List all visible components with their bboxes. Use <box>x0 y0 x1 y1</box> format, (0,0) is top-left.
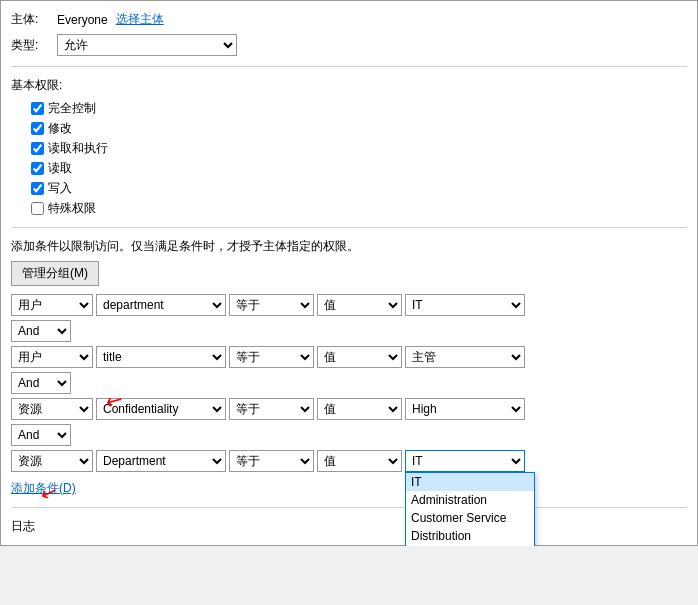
manage-group-button[interactable]: 管理分组(M) <box>11 261 99 286</box>
and-row-1: AndOr <box>11 320 687 342</box>
dropdown-item-customer-service[interactable]: Customer Service <box>406 509 534 527</box>
perm-write-checkbox[interactable] <box>31 182 44 195</box>
perm-read-checkbox[interactable] <box>31 162 44 175</box>
basic-permissions-title: 基本权限: <box>11 77 687 94</box>
condition-row-4: 资源用户 Department 等于 值 IT IT Administratio… <box>11 450 687 472</box>
dropdown-item-administration[interactable]: Administration <box>406 491 534 509</box>
condition4-dropdown-list: IT Administration Customer Service Distr… <box>405 472 535 546</box>
perm-special: 特殊权限 <box>31 200 687 217</box>
perm-full-control-label: 完全控制 <box>48 100 96 117</box>
perm-read: 读取 <box>31 160 687 177</box>
and-row-2: AndOr <box>11 372 687 394</box>
condition-section: 添加条件以限制访问。仅当满足条件时，才授予主体指定的权限。 管理分组(M) 用户… <box>11 238 687 497</box>
condition-row-3: 资源用户 Confidentiality 等于 值 High ↙ <box>11 398 687 420</box>
and2-select[interactable]: AndOr <box>11 372 71 394</box>
condition1-value-select[interactable]: IT <box>405 294 525 316</box>
subject-row: 主体: Everyone 选择主体 <box>11 11 687 28</box>
condition1-operator-select[interactable]: 等于 <box>229 294 314 316</box>
subject-value: Everyone <box>57 13 108 27</box>
perm-write-label: 写入 <box>48 180 72 197</box>
dropdown-item-engineering[interactable]: Engineering <box>406 545 534 546</box>
condition3-source-select[interactable]: 资源用户 <box>11 398 93 420</box>
type-label: 类型: <box>11 37 51 54</box>
condition2-operator-select[interactable]: 等于 <box>229 346 314 368</box>
condition-row-2: 用户资源 title 等于 值 主管 <box>11 346 687 368</box>
condition3-field-select[interactable]: Confidentiality <box>96 398 226 420</box>
condition1-source-select[interactable]: 用户资源 <box>11 294 93 316</box>
condition1-field-select[interactable]: department <box>96 294 226 316</box>
condition4-field-select[interactable]: Department <box>96 450 226 472</box>
type-row: 类型: 允许 拒绝 <box>11 34 687 56</box>
select-subject-link[interactable]: 选择主体 <box>116 11 164 28</box>
and-row-3: AndOr <box>11 424 687 446</box>
perm-full-control: 完全控制 <box>31 100 687 117</box>
condition2-source-select[interactable]: 用户资源 <box>11 346 93 368</box>
divider3 <box>11 507 687 508</box>
condition-row-1: 用户资源 department 等于 值 IT <box>11 294 687 316</box>
condition2-valuetype-select[interactable]: 值 <box>317 346 402 368</box>
perm-full-control-checkbox[interactable] <box>31 102 44 115</box>
divider1 <box>11 66 687 67</box>
type-select[interactable]: 允许 拒绝 <box>57 34 237 56</box>
bottom-bar: 日志 <box>11 518 687 535</box>
perm-modify: 修改 <box>31 120 687 137</box>
condition4-value-dropdown-container: IT IT Administration Customer Service Di… <box>405 450 528 472</box>
condition2-value-select[interactable]: 主管 <box>405 346 525 368</box>
dropdown-item-it[interactable]: IT <box>406 473 534 491</box>
condition4-source-select[interactable]: 资源用户 <box>11 450 93 472</box>
subject-label: 主体: <box>11 11 51 28</box>
condition4-valuetype-select[interactable]: 值 <box>317 450 402 472</box>
condition1-valuetype-select[interactable]: 值 <box>317 294 402 316</box>
perm-modify-checkbox[interactable] <box>31 122 44 135</box>
checkbox-group: 完全控制 修改 读取和执行 读取 写入 特殊权限 <box>31 100 687 217</box>
condition3-operator-select[interactable]: 等于 <box>229 398 314 420</box>
and1-select[interactable]: AndOr <box>11 320 71 342</box>
perm-special-label: 特殊权限 <box>48 200 96 217</box>
add-condition-link[interactable]: 添加条件(D) <box>11 480 76 497</box>
perm-read-execute: 读取和执行 <box>31 140 687 157</box>
divider2 <box>11 227 687 228</box>
dropdown-item-distribution[interactable]: Distribution <box>406 527 534 545</box>
log-tab-label[interactable]: 日志 <box>11 518 35 535</box>
main-container: 主体: Everyone 选择主体 类型: 允许 拒绝 基本权限: 完全控制 修… <box>0 0 698 546</box>
perm-write: 写入 <box>31 180 687 197</box>
condition4-operator-select[interactable]: 等于 <box>229 450 314 472</box>
basic-permissions-section: 基本权限: 完全控制 修改 读取和执行 读取 写入 <box>11 77 687 217</box>
perm-read-label: 读取 <box>48 160 72 177</box>
perm-read-execute-label: 读取和执行 <box>48 140 108 157</box>
condition2-field-select[interactable]: title <box>96 346 226 368</box>
perm-read-execute-checkbox[interactable] <box>31 142 44 155</box>
condition-desc: 添加条件以限制访问。仅当满足条件时，才授予主体指定的权限。 <box>11 238 687 255</box>
perm-special-checkbox[interactable] <box>31 202 44 215</box>
perm-modify-label: 修改 <box>48 120 72 137</box>
condition3-value-select[interactable]: High <box>405 398 525 420</box>
and3-select[interactable]: AndOr <box>11 424 71 446</box>
condition3-valuetype-select[interactable]: 值 <box>317 398 402 420</box>
condition4-value-select[interactable]: IT <box>405 450 525 472</box>
add-condition-container: 添加条件(D) <box>11 476 687 497</box>
